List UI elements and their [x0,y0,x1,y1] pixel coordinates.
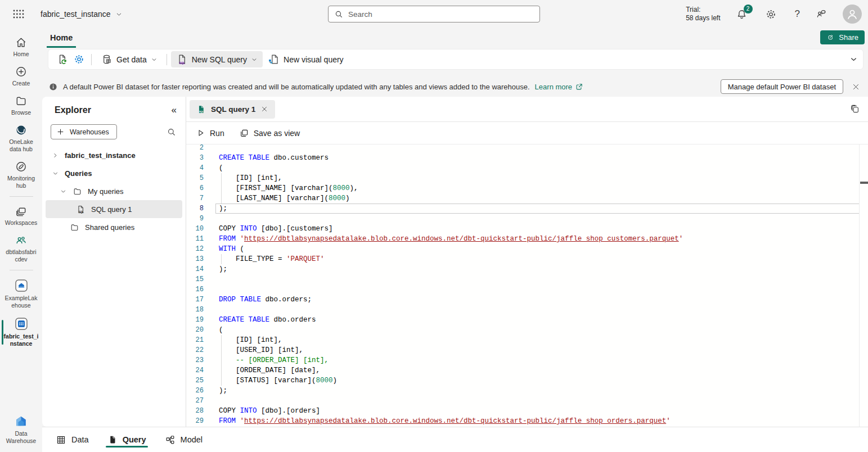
code-line-3[interactable]: 3CREATE TABLE dbo.customers [186,153,868,163]
sidebar-item-data-warehouse[interactable]: DataWarehouse [0,411,42,449]
banner-close-icon[interactable] [852,83,860,91]
code-line-4[interactable]: 4( [186,163,868,173]
folder-icon [70,223,79,232]
tree-item-my-queries[interactable]: My queries [42,182,186,200]
code-line-7[interactable]: 7 [LAST_NAME] [varchar](8000) [186,193,868,204]
code-line-10[interactable]: 10COPY INTO [dbo].[customers] [186,224,868,234]
global-search[interactable] [328,6,540,22]
app-launcher-icon[interactable] [12,8,25,20]
tree-item-shared-queries[interactable]: Shared queries [42,218,186,236]
code-line-23[interactable]: 23 -- [ORDER_DATE] [int], [186,355,868,365]
code-line-8[interactable]: 8); [186,204,868,214]
sidebar-item-home[interactable]: Home [0,33,42,62]
collapse-explorer-icon[interactable]: « [172,105,177,116]
model-diagram-icon [165,435,176,445]
code-line-24[interactable]: 24 [ORDER_DATE] [date], [186,365,868,376]
line-number: 27 [186,396,204,406]
new-visual-query-button[interactable]: New visual query [263,51,349,67]
feedback-button[interactable] [815,8,827,20]
code-line-18[interactable]: 18 [186,305,868,315]
code-line-14[interactable]: 14); [186,264,868,274]
code-line-13[interactable]: 13 FILE_TYPE = 'PARQUET' [186,254,868,264]
view-tab-data[interactable]: Data [56,427,89,452]
datawarehouse-icon [14,414,28,428]
tree-item-warehouse-root[interactable]: fabric_test_instance [42,146,186,164]
code-line-27[interactable]: 27 [186,396,868,406]
info-icon [48,82,58,92]
sidebar-item-examplelakehouse[interactable]: ExampleLakehouse [0,275,42,313]
scrollbar-thumb[interactable] [860,182,868,184]
line-number: 23 [186,355,204,365]
sidebar-item-monitoring-hub[interactable]: Monitoringhub [0,157,42,193]
chevron-down-icon [151,56,158,63]
code-line-6[interactable]: 6 [FIRST_NAME] [varchar](8000), [186,183,868,193]
line-number: 7 [186,193,204,204]
chevron-right-icon [52,152,59,159]
notifications-button[interactable]: 2 [736,8,748,20]
code-line-11[interactable]: 11FROM 'https://dbtlabsynapsedatalake.bl… [186,234,868,244]
line-number: 2 [186,144,204,153]
sidebar-item-fabric-test-instance[interactable]: fabric_test_instance [0,313,42,351]
share-button[interactable]: Share [820,30,865,44]
line-number: 18 [186,305,204,315]
code-line-12[interactable]: 12WITH ( [186,244,868,254]
code-line-26[interactable]: 26); [186,386,868,396]
nav-rail: HomeCreateBrowseOneLakedata hubMonitorin… [0,28,42,452]
code-line-16[interactable]: 16 [186,284,868,295]
view-tab-model[interactable]: Model [165,427,203,452]
sidebar-item-dbtlabsfabricdev[interactable]: dbtlabsfabricdev [0,230,42,267]
avatar[interactable] [843,4,862,24]
view-tab-query[interactable]: Query [107,427,146,452]
refresh-semantic-model-button[interactable] [53,52,70,67]
search-icon [334,10,344,19]
tree-item-queries[interactable]: Queries [42,164,186,182]
code-line-17[interactable]: 17DROP TABLE dbo.orders; [186,295,868,305]
code-line-5[interactable]: 5 [ID] [int], [186,173,868,183]
code-line-21[interactable]: 21 [ID] [int], [186,335,868,345]
line-number: 22 [186,345,204,355]
learn-more-link[interactable]: Learn more [535,83,583,91]
code-line-15[interactable]: 15 [186,274,868,284]
new-sql-query-button[interactable]: SQL New SQL query [171,51,263,67]
view-switcher-bar: Data Query Model [42,427,868,452]
sidebar-item-workspaces[interactable]: Workspaces [0,201,42,230]
manage-default-dataset-button[interactable]: Manage default Power BI dataset [721,79,843,94]
tab-home[interactable]: Home [47,30,76,48]
tab-close-icon[interactable] [260,105,268,113]
settings-gear-icon[interactable] [70,52,87,67]
add-warehouses-button[interactable]: Warehouses [51,124,117,139]
search-input[interactable] [348,10,534,19]
sidebar-item-label: dbtlabsfabricdev [6,248,36,263]
code-line-22[interactable]: 22 [USER_ID] [int], [186,345,868,355]
code-line-29[interactable]: 29FROM 'https://dbtlabsynapsedatalake.bl… [186,416,868,426]
copy-icon[interactable] [849,104,860,115]
browse-icon [15,94,28,107]
line-number: 15 [186,274,204,284]
sidebar-item-onelake-data-hub[interactable]: OneLakedata hub [0,120,42,157]
sidebar-item-label: Browse [11,109,31,116]
line-number: 20 [186,325,204,335]
tree-item-sql-query-1[interactable]: SQL SQL query 1 [46,200,182,218]
line-number: 24 [186,365,204,376]
help-button[interactable]: ? [795,8,800,20]
code-line-9[interactable]: 9 [186,214,868,224]
code-line-28[interactable]: 28COPY INTO [dbo].[orders] [186,406,868,416]
code-line-20[interactable]: 20( [186,325,868,335]
run-button[interactable]: Run [196,128,224,138]
collapse-ribbon-icon[interactable] [849,55,858,64]
tab-sql-query-1[interactable]: SQL SQL query 1 [190,100,275,119]
code-line-25[interactable]: 25 [STATUS] [varchar](8000) [186,376,868,386]
explorer-search-icon[interactable] [167,127,177,137]
save-as-view-button[interactable]: Save as view [239,128,300,138]
get-data-button[interactable]: Get data [96,51,163,67]
settings-button[interactable] [763,6,780,22]
share-icon [826,33,835,42]
sidebar-item-create[interactable]: Create [0,62,42,91]
sql-code-area[interactable]: 23CREATE TABLE dbo.customers4(5 [ID] [in… [186,144,868,427]
line-number: 17 [186,295,204,305]
code-line-19[interactable]: 19CREATE TABLE dbo.orders [186,315,868,325]
sidebar-item-browse[interactable]: Browse [0,91,42,120]
workspace-switcher[interactable]: fabric_test_instance [41,10,123,19]
code-line-2[interactable]: 2 [186,144,868,153]
trial-status: Trial: 58 days left [686,6,720,22]
